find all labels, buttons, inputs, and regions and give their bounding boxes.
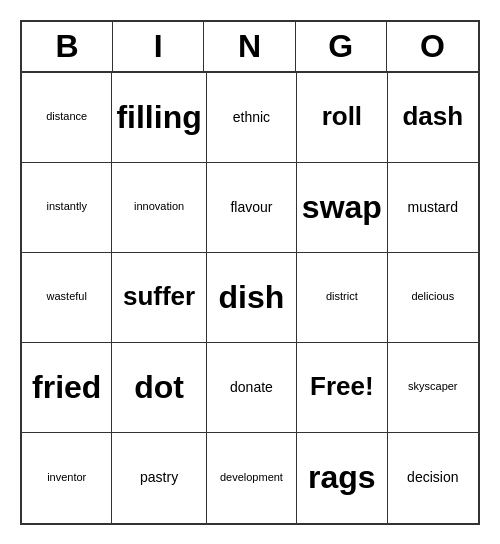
cell-text: delicious (411, 290, 454, 303)
bingo-cell-6: innovation (112, 163, 206, 253)
header-letter-o: O (387, 22, 478, 71)
bingo-cell-8: swap (297, 163, 387, 253)
cell-text: innovation (134, 200, 184, 213)
cell-text: filling (116, 98, 201, 136)
bingo-cell-14: delicious (388, 253, 478, 343)
cell-text: distance (46, 110, 87, 123)
cell-text: dish (219, 278, 285, 316)
bingo-cell-3: roll (297, 73, 387, 163)
cell-text: fried (32, 368, 101, 406)
bingo-cell-21: pastry (112, 433, 206, 523)
cell-text: decision (407, 469, 458, 486)
header-letter-b: B (22, 22, 113, 71)
cell-text: development (220, 471, 283, 484)
bingo-cell-7: flavour (207, 163, 297, 253)
cell-text: suffer (123, 281, 195, 312)
header-letter-g: G (296, 22, 387, 71)
bingo-cell-23: rags (297, 433, 387, 523)
bingo-cell-24: decision (388, 433, 478, 523)
bingo-cell-10: wasteful (22, 253, 112, 343)
cell-text: dot (134, 368, 184, 406)
cell-text: skyscaper (408, 380, 458, 393)
bingo-cell-2: ethnic (207, 73, 297, 163)
bingo-cell-11: suffer (112, 253, 206, 343)
bingo-cell-12: dish (207, 253, 297, 343)
bingo-cell-22: development (207, 433, 297, 523)
cell-text: donate (230, 379, 273, 396)
cell-text: mustard (408, 199, 459, 216)
bingo-cell-0: distance (22, 73, 112, 163)
bingo-cell-18: Free! (297, 343, 387, 433)
bingo-cell-17: donate (207, 343, 297, 433)
bingo-cell-20: inventor (22, 433, 112, 523)
cell-text: inventor (47, 471, 86, 484)
bingo-cell-13: district (297, 253, 387, 343)
cell-text: wasteful (47, 290, 87, 303)
cell-text: roll (322, 101, 362, 132)
bingo-cell-19: skyscaper (388, 343, 478, 433)
bingo-cell-1: filling (112, 73, 206, 163)
cell-text: rags (308, 458, 376, 496)
cell-text: dash (402, 101, 463, 132)
bingo-cell-5: instantly (22, 163, 112, 253)
cell-text: swap (302, 188, 382, 226)
cell-text: flavour (230, 199, 272, 216)
header-letter-i: I (113, 22, 204, 71)
bingo-cell-16: dot (112, 343, 206, 433)
cell-text: pastry (140, 469, 178, 486)
cell-text: instantly (47, 200, 87, 213)
bingo-grid: distancefillingethnicrolldashinstantlyin… (22, 73, 478, 523)
bingo-header: BINGO (22, 22, 478, 73)
bingo-cell-4: dash (388, 73, 478, 163)
cell-text: Free! (310, 371, 374, 402)
cell-text: ethnic (233, 109, 270, 126)
bingo-cell-15: fried (22, 343, 112, 433)
bingo-cell-9: mustard (388, 163, 478, 253)
bingo-card: BINGO distancefillingethnicrolldashinsta… (20, 20, 480, 525)
header-letter-n: N (204, 22, 295, 71)
cell-text: district (326, 290, 358, 303)
